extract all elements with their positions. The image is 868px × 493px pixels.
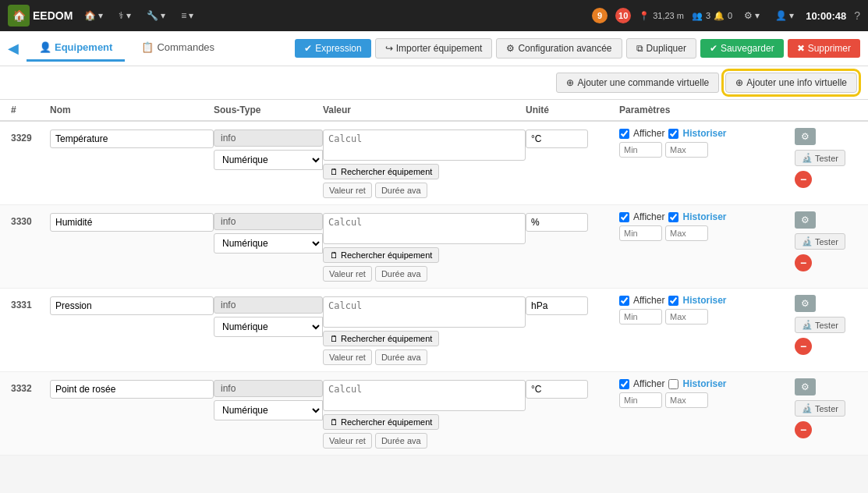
home-menu-btn[interactable]: 🏠 ▾ (80, 9, 107, 23)
dupliquer-icon: ⧉ (636, 43, 643, 54)
historiser-check-3332[interactable] (668, 379, 678, 389)
historiser-check-3331[interactable] (668, 296, 678, 306)
back-button[interactable]: ◀ (8, 40, 19, 57)
params-checks-3330: Afficher Historiser (619, 211, 795, 222)
unite-input-3329[interactable] (526, 129, 588, 148)
mini-btns-3331: Valeur ret Durée ava (323, 349, 526, 365)
subtype-badge-3329: info (214, 129, 323, 147)
gear-button-3331[interactable]: ⚙ (795, 295, 816, 312)
users-info: 👥 3 🔔 0 (692, 11, 732, 21)
rechercher-btn-3332[interactable]: 🗒 Rechercher équipement (323, 414, 439, 430)
table-icon: 🗒 (330, 167, 338, 176)
user-menu-btn[interactable]: 👤 ▾ (771, 9, 798, 23)
home-menu-arrow: ▾ (98, 10, 103, 21)
equipement-tab-icon: 👤 (39, 41, 51, 53)
historiser-check-3330[interactable] (668, 212, 678, 222)
add-command-virtual-button[interactable]: ⊕ Ajouter une commande virtuelle (556, 73, 719, 93)
nom-input-3329[interactable] (50, 129, 214, 148)
gear-button-3329[interactable]: ⚙ (795, 128, 816, 145)
remove-button-3332[interactable]: − (795, 421, 812, 438)
afficher-check-3329[interactable] (619, 129, 629, 139)
valeur-ret-btn-3331[interactable]: Valeur ret (323, 349, 372, 365)
logo-icon: 🏠 (8, 5, 30, 27)
list-icon: ≡ (181, 10, 186, 21)
logo-text: EEDOM (33, 9, 73, 22)
afficher-check-3332[interactable] (619, 379, 629, 389)
unite-cell-3332 (526, 378, 619, 399)
list-menu-btn[interactable]: ≡ ▾ (177, 9, 197, 23)
subtype-badge-3332: info (214, 380, 323, 397)
type-dropdown-3331[interactable]: Numérique (214, 317, 323, 337)
duree-ava-btn-3332[interactable]: Durée ava (375, 433, 427, 449)
min-input-3331[interactable] (619, 309, 662, 325)
params-cell-3332: Afficher Historiser (619, 378, 795, 408)
subtype-badge-3331: info (214, 296, 323, 314)
unite-input-3331[interactable] (526, 296, 588, 315)
afficher-check-3331[interactable] (619, 296, 629, 306)
type-dropdown-3329[interactable]: Numérique (214, 150, 323, 170)
nom-input-3332[interactable] (50, 380, 214, 399)
min-input-3332[interactable] (619, 392, 662, 408)
sauvegarder-button[interactable]: ✔ Sauvegarder (700, 39, 784, 58)
type-select-3330: Numérique (214, 233, 323, 254)
rechercher-btn-3329[interactable]: 🗒 Rechercher équipement (323, 164, 439, 179)
calcul-input-3331[interactable] (323, 296, 526, 328)
remove-button-3331[interactable]: − (795, 338, 812, 355)
tab-equipement[interactable]: 👤 Equipement (27, 35, 125, 62)
importer-button[interactable]: ↪ Importer équipement (375, 38, 493, 59)
tab-commandes[interactable]: 📋 Commandes (129, 35, 227, 62)
valeur-ret-btn-3330[interactable]: Valeur ret (323, 266, 372, 282)
duree-ava-btn-3329[interactable]: Durée ava (375, 183, 427, 198)
badge-red[interactable]: 10 (615, 8, 631, 23)
unite-input-3330[interactable] (526, 213, 588, 232)
max-input-3332[interactable] (665, 392, 708, 408)
dupliquer-button[interactable]: ⧉ Dupliquer (626, 38, 696, 59)
unite-input-3332[interactable] (526, 380, 588, 399)
rechercher-btn-3330[interactable]: 🗒 Rechercher équipement (323, 247, 439, 263)
tester-button-3329[interactable]: 🔬 Tester (795, 150, 845, 166)
params-cell-3331: Afficher Historiser (619, 295, 795, 325)
config-avancee-button[interactable]: ⚙ Configuration avancée (496, 38, 622, 59)
min-input-3330[interactable] (619, 225, 662, 241)
help-icon[interactable]: ? (854, 9, 860, 22)
location-icon: 📍 (639, 11, 650, 21)
valeur-ret-btn-3329[interactable]: Valeur ret (323, 183, 372, 198)
type-dropdown-3330[interactable]: Numérique (214, 233, 323, 254)
valeur-ret-btn-3332[interactable]: Valeur ret (323, 433, 372, 449)
historiser-check-3329[interactable] (668, 129, 678, 139)
min-input-3329[interactable] (619, 142, 662, 158)
max-input-3331[interactable] (665, 309, 708, 325)
duree-ava-btn-3331[interactable]: Durée ava (375, 349, 427, 365)
calcul-input-3330[interactable] (323, 213, 526, 244)
max-input-3330[interactable] (665, 225, 708, 241)
badge-orange[interactable]: 9 (592, 8, 608, 23)
toolbar: ⊕ Ajouter une commande virtuelle ⊕ Ajout… (0, 66, 868, 100)
health-menu-btn[interactable]: ⚕ ▾ (115, 9, 135, 23)
max-input-3329[interactable] (665, 142, 708, 158)
type-dropdown-3332[interactable]: Numérique (214, 400, 323, 420)
tester-button-3332[interactable]: 🔬 Tester (795, 400, 845, 417)
supprimer-button[interactable]: ✖ Supprimer (788, 39, 860, 58)
add-info-virtual-button[interactable]: ⊕ Ajouter une info virtuelle (725, 73, 857, 93)
rechercher-btn-3331[interactable]: 🗒 Rechercher équipement (323, 331, 439, 346)
settings-menu-btn[interactable]: ⚙ ▾ (740, 9, 763, 23)
calcul-input-3332[interactable] (323, 380, 526, 411)
nom-input-3331[interactable] (50, 296, 214, 315)
tools-menu-btn[interactable]: 🔧 ▾ (143, 9, 169, 23)
afficher-check-3330[interactable] (619, 212, 629, 222)
table-row: 3331 info Numérique 🗒 Rechercher équipem… (0, 289, 868, 372)
flask-icon-3330: 🔬 (802, 236, 813, 247)
actions-cell-3331: ⚙ 🔬 Tester − (795, 295, 857, 355)
tester-button-3330[interactable]: 🔬 Tester (795, 233, 845, 250)
gear-button-3330[interactable]: ⚙ (795, 211, 816, 229)
gear-button-3332[interactable]: ⚙ (795, 378, 816, 395)
remove-button-3330[interactable]: − (795, 254, 812, 271)
nom-input-3330[interactable] (50, 213, 214, 232)
calcul-input-3329[interactable] (323, 129, 526, 161)
logo[interactable]: 🏠 EEDOM (8, 5, 73, 27)
duree-ava-btn-3330[interactable]: Durée ava (375, 266, 427, 282)
tester-button-3331[interactable]: 🔬 Tester (795, 317, 845, 333)
remove-button-3329[interactable]: − (795, 171, 812, 188)
expression-button[interactable]: ✔ Expression (295, 39, 370, 58)
table-row: 3332 info Numérique 🗒 Rechercher équipem… (0, 372, 868, 456)
